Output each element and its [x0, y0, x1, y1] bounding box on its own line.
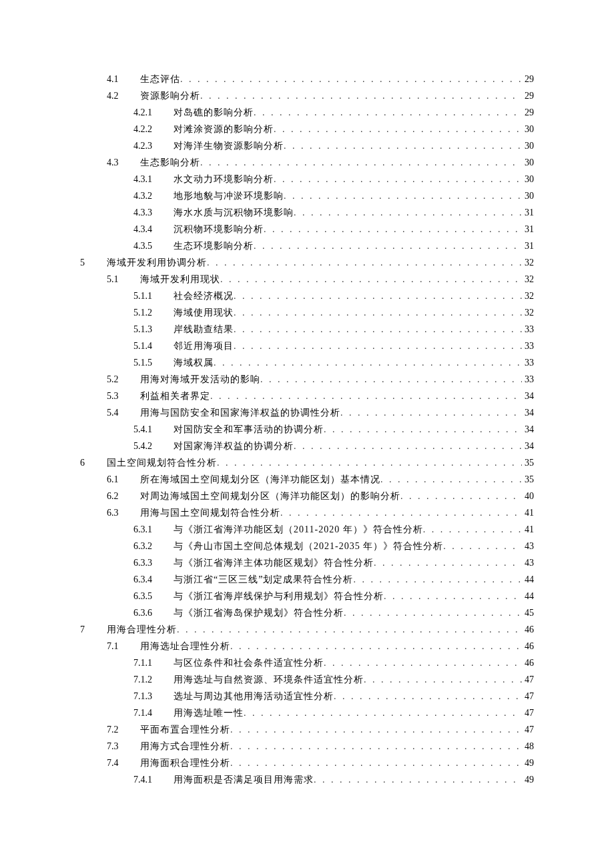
toc-number: 7.3: [107, 741, 140, 753]
toc-number: 5.2: [107, 374, 140, 386]
toc-number: 6: [80, 457, 107, 469]
toc-entry[interactable]: 4.2资源影响分析 29: [80, 90, 534, 102]
toc-entry[interactable]: 5.1.3岸线勘查结果 33: [80, 324, 534, 336]
toc-page-number: 47: [522, 691, 534, 703]
toc-leader-dots: [443, 540, 522, 552]
toc-number: 4.3.3: [133, 207, 174, 219]
toc-leader-dots: [280, 507, 522, 519]
toc-entry[interactable]: 4.1生态评估 29: [80, 73, 534, 85]
toc-entry[interactable]: 4.2.2对滩涂资源的影响分析 30: [80, 123, 534, 135]
toc-title: 与浙江省“三区三线”划定成果符合性分析: [174, 574, 353, 586]
toc-entry[interactable]: 5.1.5海域权属 33: [80, 357, 534, 369]
toc-title: 利益相关者界定: [140, 390, 210, 402]
toc-entry[interactable]: 4.3.1水文动力环境影响分析 30: [80, 173, 534, 185]
toc-title: 对滩涂资源的影响分析: [174, 123, 274, 135]
toc-title: 用海合理性分析: [107, 624, 177, 636]
toc-title: 用海选址唯一性: [174, 707, 244, 719]
toc-entry[interactable]: 7.1.4用海选址唯一性 47: [80, 707, 534, 719]
toc-leader-dots: [200, 157, 522, 169]
toc-number: 7.1.3: [133, 691, 174, 703]
toc-entry[interactable]: 6.3.3与《浙江省海洋主体功能区规划》符合性分析 43: [80, 557, 534, 569]
toc-entry[interactable]: 5.1.2海域使用现状 32: [80, 307, 534, 319]
toc-number: 5.1.5: [133, 357, 174, 369]
toc-entry[interactable]: 4.3生态影响分析 30: [80, 157, 534, 169]
toc-entry[interactable]: 5.4用海与国防安全和国家海洋权益的协调性分析 34: [80, 407, 534, 419]
toc-entry[interactable]: 7.4用海面积合理性分析 49: [80, 757, 534, 769]
toc-number: 7.1.4: [133, 707, 174, 719]
toc-title: 海域使用现状: [174, 307, 234, 319]
toc-title: 用海面积合理性分析: [140, 757, 230, 769]
toc-title: 与《浙江省海洋主体功能区规划》符合性分析: [174, 557, 374, 569]
toc-title: 海域开发利用现状: [140, 274, 220, 286]
toc-leader-dots: [200, 90, 522, 102]
toc-entry[interactable]: 7.1.1与区位条件和社会条件适宜性分析 46: [80, 657, 534, 669]
toc-page-number: 47: [522, 724, 534, 736]
toc-title: 社会经济概况: [174, 290, 234, 302]
toc-entry[interactable]: 4.3.4沉积物环境影响分析 31: [80, 224, 534, 236]
toc-number: 7.4: [107, 757, 140, 769]
toc-page-number: 49: [522, 774, 534, 786]
toc-entry[interactable]: 6.3.5与《浙江省海岸线保护与利用规划》符合性分析 44: [80, 590, 534, 602]
toc-title: 对周边海域国土空间规划分区（海洋功能区划）的影响分析: [140, 490, 400, 502]
toc-title: 对海洋生物资源影响分析: [174, 140, 284, 152]
toc-entry[interactable]: 6国土空间规划符合性分析 35: [80, 457, 534, 469]
toc-entry[interactable]: 5.1海域开发利用现状 32: [80, 274, 534, 286]
toc-leader-dots: [344, 607, 522, 619]
toc-entry[interactable]: 6.3.6与《浙江省海岛保护规划》符合性分析 45: [80, 607, 534, 619]
toc-entry[interactable]: 7.1用海选址合理性分析 46: [80, 640, 534, 653]
toc-number: 7.1: [107, 640, 140, 653]
toc-title: 用海方式合理性分析: [140, 741, 230, 753]
toc-entry[interactable]: 7.2平面布置合理性分析 47: [80, 724, 534, 736]
toc-leader-dots: [214, 357, 522, 369]
toc-entry[interactable]: 5.2用海对海域开发活动的影响 33: [80, 374, 534, 386]
toc-entry[interactable]: 5.4.1对国防安全和军事活动的协调分析 34: [80, 424, 534, 436]
toc-title: 海域开发利用协调分析: [107, 257, 207, 269]
toc-leader-dots: [260, 374, 522, 386]
toc-entry[interactable]: 6.3.1与《浙江省海洋功能区划（2011-2020 年）》符合性分析 41: [80, 524, 534, 536]
toc-number: 6.3.6: [133, 607, 174, 619]
toc-number: 4.3.1: [133, 173, 174, 185]
toc-leader-dots: [234, 340, 522, 352]
toc-entry[interactable]: 7.3用海方式合理性分析 48: [80, 741, 534, 753]
toc-page-number: 29: [522, 73, 534, 85]
toc-entry[interactable]: 4.2.1对岛礁的影响分析 29: [80, 107, 534, 119]
toc-leader-dots: [400, 490, 522, 502]
toc-entry[interactable]: 6.1所在海域国土空间规划分区（海洋功能区划）基本情况 35: [80, 474, 534, 486]
toc-entry[interactable]: 5.3利益相关者界定 34: [80, 390, 534, 402]
toc-entry[interactable]: 5海域开发利用协调分析 32: [80, 257, 534, 269]
toc-page-number: 47: [522, 707, 534, 719]
toc-leader-dots: [234, 290, 522, 302]
toc-entry[interactable]: 4.2.3对海洋生物资源影响分析 30: [80, 140, 534, 152]
toc-leader-dots: [210, 390, 522, 402]
document-page: { "toc": [ {"level":2,"num":"4.1","title…: [0, 0, 614, 868]
toc-page-number: 30: [522, 173, 534, 185]
toc-entry[interactable]: 4.3.2地形地貌与冲淤环境影响 30: [80, 190, 534, 202]
toc-entry[interactable]: 4.3.5生态环境影响分析 31: [80, 240, 534, 252]
toc-entry[interactable]: 4.3.3海水水质与沉积物环境影响 31: [80, 207, 534, 219]
toc-entry[interactable]: 5.4.2对国家海洋权益的协调分析 34: [80, 440, 534, 452]
toc-entry[interactable]: 6.3.2与《舟山市国土空间总体规划（2021-2035 年）》符合性分析 43: [80, 540, 534, 552]
toc-entry[interactable]: 7.1.3选址与周边其他用海活动适宜性分析 47: [80, 691, 534, 703]
toc-page-number: 44: [522, 574, 534, 586]
toc-entry[interactable]: 7.4.1用海面积是否满足项目用海需求 49: [80, 774, 534, 786]
toc-page-number: 43: [522, 557, 534, 569]
toc-entry[interactable]: 7用海合理性分析 46: [80, 624, 534, 636]
toc-page-number: 46: [522, 640, 534, 653]
toc-leader-dots: [264, 224, 522, 236]
toc-page-number: 35: [522, 457, 534, 469]
toc-page-number: 48: [522, 741, 534, 753]
toc-entry[interactable]: 6.3.4与浙江省“三区三线”划定成果符合性分析 44: [80, 574, 534, 586]
toc-number: 5.4.1: [133, 424, 174, 436]
toc-page-number: 41: [522, 507, 534, 519]
toc-entry[interactable]: 6.2对周边海域国土空间规划分区（海洋功能区划）的影响分析 40: [80, 490, 534, 502]
toc-entry[interactable]: 7.1.2用海选址与自然资源、环境条件适宜性分析 47: [80, 674, 534, 686]
toc-leader-dots: [180, 73, 522, 85]
toc-leader-dots: [244, 707, 522, 719]
toc-title: 生态环境影响分析: [174, 240, 254, 252]
toc-entry[interactable]: 5.1.1社会经济概况 32: [80, 290, 534, 302]
toc-title: 国土空间规划符合性分析: [107, 457, 217, 469]
toc-number: 5.1.1: [133, 290, 174, 302]
toc-entry[interactable]: 5.1.4邻近用海项目 33: [80, 340, 534, 352]
toc-title: 用海对海域开发活动的影响: [140, 374, 260, 386]
toc-entry[interactable]: 6.3用海与国土空间规划符合性分析 41: [80, 507, 534, 519]
